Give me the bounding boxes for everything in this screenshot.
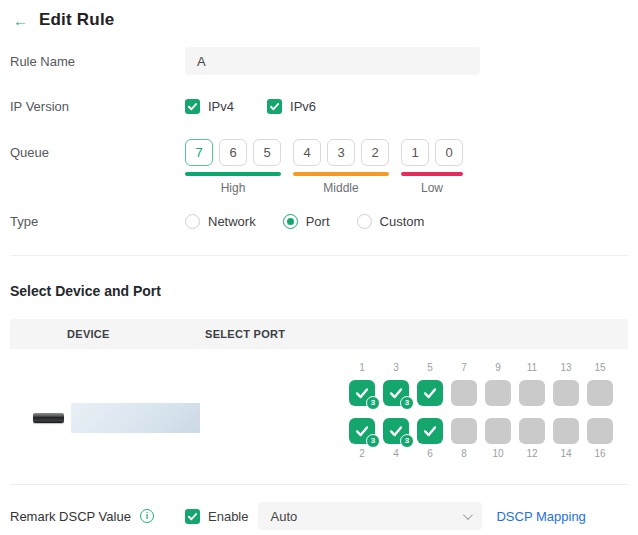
port-number-label: 9 [495, 362, 501, 374]
radio-label: Port [306, 214, 330, 229]
queue-priority-bar [185, 172, 281, 176]
port-7[interactable] [451, 380, 477, 406]
port-number-label: 11 [527, 362, 537, 374]
port-16[interactable] [587, 418, 613, 444]
port-9[interactable] [485, 380, 511, 406]
queue-button-3[interactable]: 3 [327, 139, 355, 166]
chevron-down-icon [463, 510, 473, 520]
queue-label: Queue [10, 145, 185, 160]
checkbox-label: IPv4 [208, 99, 234, 114]
port-8[interactable] [451, 418, 477, 444]
queue-button-7[interactable]: 7 [185, 139, 213, 166]
port-3-selected[interactable]: 3 [383, 380, 409, 406]
check-icon [187, 511, 198, 522]
port-number-label: 12 [526, 448, 537, 460]
port-number-label: 6 [427, 448, 433, 460]
radio-label: Custom [380, 214, 425, 229]
queue-button-1[interactable]: 1 [401, 139, 429, 166]
info-icon[interactable]: i [140, 509, 154, 523]
table-header-row: DEVICE SELECT PORT [10, 319, 628, 349]
queue-buttons: 432 [293, 139, 389, 166]
queue-button-4[interactable]: 4 [293, 139, 321, 166]
port-number-label: 1 [359, 362, 365, 374]
ip-version-option-ipv6[interactable]: IPv6 [267, 99, 316, 114]
port-column: 1112 [519, 362, 545, 460]
port-number-label: 10 [492, 448, 503, 460]
port-2-selected[interactable]: 3 [349, 418, 375, 444]
type-row: Type NetworkPortCustom [10, 214, 638, 229]
radio-icon[interactable] [283, 214, 298, 229]
dscp-dropdown-value: Auto [270, 509, 297, 524]
checkbox-icon[interactable] [267, 99, 282, 114]
column-header-device: DEVICE [67, 328, 110, 340]
port-11[interactable] [519, 380, 545, 406]
queue-group-high: 765High [185, 139, 281, 195]
port-number-label: 13 [560, 362, 571, 374]
dscp-label: Remark DSCP Value [10, 509, 131, 524]
queue-group-label: Low [401, 181, 463, 195]
queue-button-6[interactable]: 6 [219, 139, 247, 166]
check-icon [421, 422, 439, 440]
port-column: 3334 [383, 362, 409, 460]
radio-icon[interactable] [357, 214, 372, 229]
port-count-badge: 3 [400, 396, 414, 410]
queue-buttons: 765 [185, 139, 281, 166]
remark-dscp-row: Remark DSCP Value i Enable Auto DSCP Map… [10, 502, 638, 530]
queue-priority-bar [401, 172, 463, 176]
device-port-table: DEVICE SELECT PORT 133233345678910111213… [10, 319, 628, 485]
enable-checkbox[interactable] [185, 509, 200, 524]
queue-group-middle: 432Middle [293, 139, 389, 195]
port-count-badge: 3 [366, 396, 380, 410]
port-number-label: 8 [461, 448, 467, 460]
device-row: 133233345678910111213141516 [10, 349, 628, 485]
section-divider [10, 255, 628, 256]
port-column: 56 [417, 362, 443, 460]
port-1-selected[interactable]: 3 [349, 380, 375, 406]
column-header-select-port: SELECT PORT [205, 328, 285, 340]
switch-device-image [33, 413, 64, 423]
port-column: 910 [485, 362, 511, 460]
page-header: ← Edit Rule [0, 0, 638, 30]
queue-group-label: Middle [293, 181, 389, 195]
queue-button-0[interactable]: 0 [435, 139, 463, 166]
port-4-selected[interactable]: 3 [383, 418, 409, 444]
enable-label: Enable [208, 509, 248, 524]
port-column: 1314 [553, 362, 579, 460]
port-10[interactable] [485, 418, 511, 444]
port-count-badge: 3 [366, 434, 380, 448]
port-column: 1516 [587, 362, 613, 460]
port-13[interactable] [553, 380, 579, 406]
port-14[interactable] [553, 418, 579, 444]
queue-button-5[interactable]: 5 [253, 139, 281, 166]
port-number-label: 15 [594, 362, 605, 374]
checkbox-icon[interactable] [185, 99, 200, 114]
queue-button-2[interactable]: 2 [361, 139, 389, 166]
dscp-mapping-link[interactable]: DSCP Mapping [496, 509, 585, 524]
ip-version-row: IP Version IPv4IPv6 [10, 99, 638, 114]
type-option-port[interactable]: Port [283, 214, 330, 229]
ip-version-option-ipv4[interactable]: IPv4 [185, 99, 234, 114]
port-5-selected[interactable] [417, 380, 443, 406]
edit-rule-form: Rule Name IP Version IPv4IPv6 Queue 765H… [0, 47, 638, 229]
dscp-dropdown[interactable]: Auto [258, 502, 482, 530]
dscp-enable-option[interactable]: Enable [185, 509, 248, 524]
rule-name-input[interactable] [185, 47, 480, 75]
queue-row: Queue 765High432Middle10Low [10, 139, 638, 195]
ip-version-label: IP Version [10, 99, 185, 114]
port-number-label: 16 [594, 448, 605, 460]
device-name-box [71, 403, 200, 433]
port-15[interactable] [587, 380, 613, 406]
port-6-selected[interactable] [417, 418, 443, 444]
port-number-label: 5 [427, 362, 433, 374]
queue-group-low: 10Low [401, 139, 463, 195]
radio-icon[interactable] [185, 214, 200, 229]
port-number-label: 14 [560, 448, 571, 460]
check-icon [421, 384, 439, 402]
type-option-network[interactable]: Network [185, 214, 256, 229]
rule-name-row: Rule Name [10, 47, 638, 75]
port-12[interactable] [519, 418, 545, 444]
type-option-custom[interactable]: Custom [357, 214, 425, 229]
page-title: Edit Rule [39, 10, 114, 30]
back-arrow-icon[interactable]: ← [13, 13, 28, 28]
port-column: 1332 [349, 362, 375, 460]
